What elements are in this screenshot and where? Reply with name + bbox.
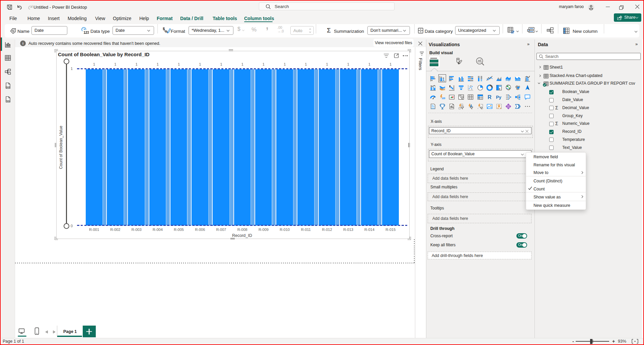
svg-text:DAX: DAX — [6, 86, 10, 88]
svg-text:%: % — [164, 29, 168, 33]
svg-text:123: 123 — [84, 31, 89, 34]
svg-text:Py: Py — [496, 95, 502, 100]
svg-text:R: R — [488, 94, 492, 100]
svg-text:123: 123 — [441, 96, 445, 99]
svg-text:TMDL: TMDL — [6, 100, 10, 102]
